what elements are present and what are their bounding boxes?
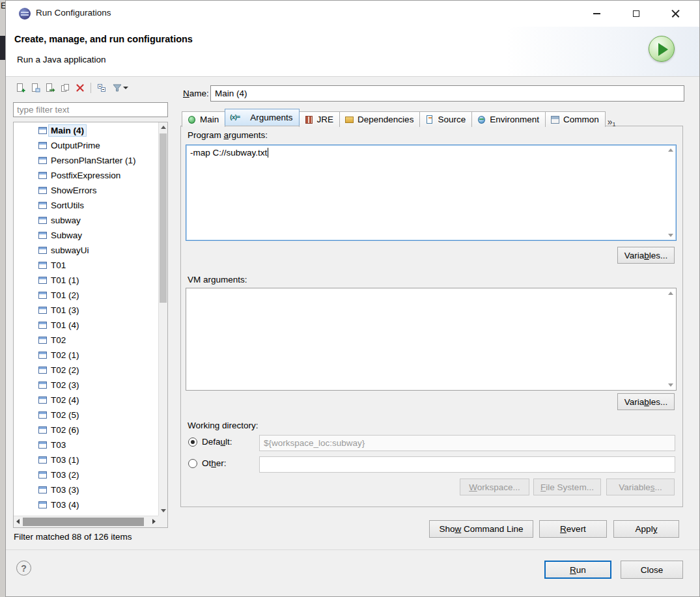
tree-item[interactable]: T01 (2) — [14, 288, 158, 303]
filter-input[interactable] — [13, 102, 168, 117]
tree-item[interactable]: T02 (4) — [14, 393, 158, 408]
tree-item-label: T02 (2) — [51, 365, 79, 375]
program-arguments-input[interactable]: -map C://subway.txt — [186, 145, 677, 241]
export-button[interactable] — [44, 82, 56, 94]
tree-item[interactable]: T03 — [14, 437, 158, 452]
tab-dependencies[interactable]: Dependencies — [339, 111, 420, 127]
tree-item-label: PostfixExpression — [51, 171, 120, 180]
scroll-right-icon[interactable] — [152, 519, 156, 524]
tree-item[interactable]: T02 (1) — [14, 348, 158, 363]
run-button[interactable]: Run — [544, 561, 611, 579]
tree-item[interactable]: T02 — [14, 333, 158, 348]
tree-item[interactable]: subwayUi — [14, 243, 158, 258]
apply-button[interactable]: Apply — [613, 520, 679, 538]
other-directory-field[interactable] — [259, 456, 675, 473]
tree-item[interactable]: T03 (1) — [14, 452, 158, 467]
duplicate-button[interactable] — [59, 82, 71, 94]
show-command-line-button[interactable]: Show Command Line — [429, 520, 533, 538]
main-tab-icon — [187, 115, 197, 124]
horizontal-scrollbar[interactable] — [14, 516, 158, 527]
tree-item[interactable]: PersonPlanStarter (1) — [14, 153, 158, 168]
new-configuration-icon — [15, 83, 25, 93]
tree-item[interactable]: Main (4) — [14, 123, 158, 138]
tree-item-label: T01 (4) — [51, 320, 79, 330]
tab-jre[interactable]: JRE — [299, 111, 341, 127]
maximize-icon — [633, 10, 639, 17]
tree-item[interactable]: OutputPrime — [14, 138, 158, 153]
new-prototype-button[interactable] — [29, 82, 41, 94]
chevron-down-icon — [123, 87, 128, 89]
tree-item[interactable]: T03 (3) — [14, 482, 158, 497]
java-application-icon — [38, 411, 47, 419]
tree-item-label: T03 (4) — [51, 500, 79, 510]
new-configuration-button[interactable] — [14, 82, 26, 94]
java-application-icon — [38, 441, 47, 449]
close-window-button[interactable] — [660, 1, 690, 27]
java-application-icon — [38, 142, 47, 149]
java-application-icon — [38, 382, 47, 389]
other-radio-label[interactable]: Other: — [202, 458, 227, 468]
tree-item[interactable]: T01 (3) — [14, 303, 158, 318]
tree-item[interactable]: T01 (1) — [14, 273, 158, 288]
run-configurations-dialog: Run Configurations Create, manage, and r… — [5, 0, 700, 597]
tree-item-label: T01 (1) — [51, 275, 79, 285]
file-system-button: File System... — [533, 479, 601, 495]
tab-overflow[interactable]: »1 — [605, 117, 619, 128]
tree-item[interactable]: ShowErrors — [14, 183, 158, 198]
default-radio[interactable] — [188, 437, 197, 447]
tree-item[interactable]: T01 — [14, 258, 158, 273]
program-variables-button[interactable]: Variables... — [617, 247, 675, 264]
tab-environment[interactable]: Environment — [471, 111, 546, 127]
tab-source[interactable]: Source — [419, 111, 472, 127]
maximize-button[interactable] — [621, 1, 651, 27]
tree-item[interactable]: T02 (6) — [14, 423, 158, 437]
tree-item[interactable]: T01 (4) — [14, 318, 158, 333]
tree-item-label: T02 — [51, 335, 66, 345]
tree-item[interactable]: T03 (2) — [14, 467, 158, 482]
vm-variables-button[interactable]: Variables... — [617, 393, 675, 410]
help-button[interactable]: ? — [16, 561, 31, 576]
java-application-icon — [38, 396, 47, 404]
new-prototype-icon — [30, 83, 40, 93]
default-radio-label[interactable]: Default: — [202, 437, 232, 447]
scrollbar-corner — [158, 516, 167, 527]
tree-item-label: ShowErrors — [51, 186, 97, 195]
arguments-tab-content: Program arguments: -map C://subway.txt V… — [180, 126, 683, 507]
tree-item[interactable]: Subway — [14, 228, 158, 243]
textarea-scroll-down-icon[interactable] — [668, 383, 673, 387]
tab-overflow-chevron: » — [608, 117, 613, 127]
tab-common[interactable]: Common — [545, 111, 606, 127]
other-radio[interactable] — [188, 459, 197, 468]
background-window-fragment: E — [0, 0, 5, 597]
scroll-down-icon[interactable] — [161, 509, 166, 512]
vm-arguments-input[interactable] — [186, 288, 677, 391]
tree-item[interactable]: T02 (2) — [14, 363, 158, 378]
close-button[interactable]: Close — [621, 561, 683, 579]
filter-menu-button[interactable] — [111, 82, 129, 94]
vertical-scrollbar-thumb[interactable] — [160, 133, 167, 303]
scroll-left-icon[interactable] — [16, 519, 20, 524]
tree-item[interactable]: T03 (4) — [14, 497, 158, 512]
horizontal-scrollbar-thumb[interactable] — [23, 518, 144, 526]
delete-button[interactable] — [74, 82, 86, 94]
tree-item-label: T02 (4) — [51, 395, 79, 405]
tree-item[interactable]: T02 (3) — [14, 378, 158, 393]
scroll-up-icon[interactable] — [161, 126, 166, 129]
tree-item[interactable]: SortUtils — [14, 198, 158, 213]
tree-item[interactable]: T02 (5) — [14, 408, 158, 423]
collapse-all-button[interactable] — [96, 82, 107, 94]
tree-item[interactable]: subway — [14, 213, 158, 228]
textarea-scroll-down-icon[interactable] — [668, 234, 673, 237]
tab-main[interactable]: Main — [182, 111, 225, 127]
vertical-scrollbar[interactable] — [158, 122, 167, 516]
textarea-scroll-up-icon[interactable] — [668, 292, 673, 295]
minimize-button[interactable] — [581, 1, 611, 27]
tab-label: Environment — [490, 115, 539, 124]
java-application-icon — [38, 187, 47, 194]
name-input[interactable] — [210, 85, 684, 102]
tree-item-label: PersonPlanStarter (1) — [51, 156, 136, 165]
textarea-scroll-up-icon[interactable] — [668, 148, 673, 152]
revert-button[interactable]: Revert — [539, 520, 607, 538]
tree-item[interactable]: PostfixExpression — [14, 168, 158, 183]
tab-arguments[interactable]: Arguments — [225, 109, 299, 126]
